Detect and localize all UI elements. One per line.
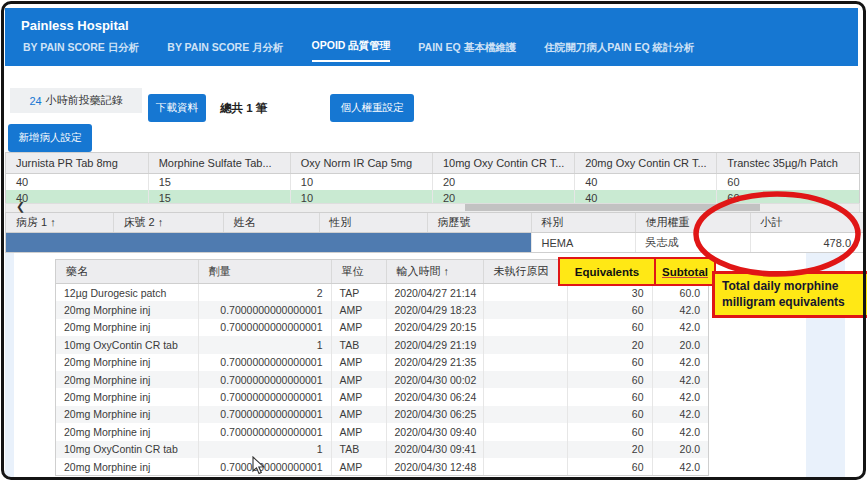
column-header[interactable]: Transtec 35µg/h Patch bbox=[717, 153, 859, 174]
cell: 42.0 bbox=[652, 406, 708, 423]
cell: 42.0 bbox=[652, 319, 708, 336]
cell: 20 bbox=[432, 174, 574, 191]
annotation-box: Total daily morphine milligram equivalen… bbox=[712, 271, 867, 318]
cell: 0.7000000000000001 bbox=[198, 301, 331, 318]
cell: AMP bbox=[331, 388, 386, 405]
medication-row[interactable]: 10mg OxyContin CR tab1TAB2020/04/30 09:4… bbox=[56, 441, 708, 458]
column-header-dose[interactable]: 劑量 bbox=[198, 260, 331, 284]
cell: 0.7000000000000001 bbox=[198, 423, 331, 440]
column-header-ward[interactable]: 病房 1 ↑ bbox=[6, 213, 113, 233]
column-header-subtotal[interactable]: 小計 bbox=[750, 213, 863, 233]
personal-weight-settings-button[interactable]: 個人權重設定 bbox=[330, 94, 414, 122]
tab-pain-eq-master[interactable]: PAIN EQ 基本檔維護 bbox=[418, 41, 516, 62]
cell: 2020/04/30 09:40 bbox=[386, 423, 483, 440]
cell: 20.0 bbox=[652, 441, 708, 458]
patient-weight-user-cell: 吳志成 bbox=[635, 233, 750, 253]
scroll-left-icon[interactable]: ❮ bbox=[16, 200, 25, 213]
cell bbox=[483, 388, 567, 405]
cell: 60 bbox=[567, 301, 652, 318]
medication-row[interactable]: 20mg Morphine inj0.7000000000000001AMP20… bbox=[56, 406, 708, 423]
add-patient-settings-button[interactable]: 新增病人設定 bbox=[8, 124, 92, 152]
cell: 42.0 bbox=[652, 388, 708, 405]
annotation-line-2: milligram equivalents bbox=[722, 295, 867, 311]
cell: 20mg Morphine inj bbox=[56, 423, 198, 440]
column-header-bed[interactable]: 床號 2 ↑ bbox=[113, 213, 223, 233]
tab-bar: BY PAIN SCORE 日分析 BY PAIN SCORE 月分析 OPOI… bbox=[23, 39, 694, 62]
cell: 60 bbox=[567, 354, 652, 371]
cell: 60 bbox=[567, 423, 652, 440]
tab-opoid-quality[interactable]: OPOID 品質管理 bbox=[312, 39, 391, 62]
cell: 0.7000000000000001 bbox=[198, 458, 331, 475]
cell: 10mg OxyContin CR tab bbox=[56, 336, 198, 353]
medication-row[interactable]: 20mg Morphine inj0.7000000000000001AMP20… bbox=[56, 354, 708, 371]
medication-row[interactable]: 20mg Morphine inj0.7000000000000001AMP20… bbox=[56, 371, 708, 388]
tab-pain-eq-stats[interactable]: 住院開刀病人PAIN EQ 統計分析 bbox=[544, 41, 694, 62]
cell: 60 bbox=[567, 458, 652, 475]
column-header[interactable]: Oxy Norm IR Cap 5mg bbox=[290, 153, 432, 174]
cell: 10 bbox=[290, 174, 432, 191]
column-header[interactable]: 10mg Oxy Contin CR T... bbox=[432, 153, 574, 174]
cell: 42.0 bbox=[652, 458, 708, 475]
medication-row[interactable]: 20mg Morphine inj0.7000000000000001AMP20… bbox=[56, 388, 708, 405]
medication-row[interactable]: 20mg Morphine inj0.7000000000000001AMP20… bbox=[56, 423, 708, 440]
cell: AMP bbox=[331, 319, 386, 336]
cell: 2020/04/30 06:24 bbox=[386, 388, 483, 405]
medication-row[interactable]: 10mg OxyContin CR tab1TAB2020/04/29 21:1… bbox=[56, 336, 708, 353]
cell bbox=[483, 284, 567, 302]
hours-filter-field[interactable]: 24 小時前投藥記錄 bbox=[10, 88, 142, 113]
patients-header-row: 病房 1 ↑ 床號 2 ↑ 姓名 性別 病歷號 科別 使用權重 小計 bbox=[6, 213, 863, 233]
column-header[interactable]: Jurnista PR Tab 8mg bbox=[6, 153, 148, 174]
cell: 10mg OxyContin CR tab bbox=[56, 441, 198, 458]
cell: 60 bbox=[567, 319, 652, 336]
annotation-line-1: Total daily morphine bbox=[722, 279, 867, 295]
tab-pain-score-monthly[interactable]: BY PAIN SCORE 月分析 bbox=[167, 41, 283, 62]
cell: AMP bbox=[331, 406, 386, 423]
column-header[interactable]: 20mg Oxy Contin CR T... bbox=[575, 153, 717, 174]
cell: 60 bbox=[717, 174, 859, 191]
cell bbox=[483, 354, 567, 371]
cell: TAB bbox=[331, 336, 386, 353]
column-header-not-executed-reason[interactable]: 未執行原因 bbox=[483, 260, 567, 284]
column-header-drug[interactable]: 藥名 bbox=[56, 260, 198, 284]
cell: 40 bbox=[575, 174, 717, 191]
cell bbox=[483, 371, 567, 388]
cell: 2020/04/29 20:15 bbox=[386, 319, 483, 336]
cell: 40 bbox=[6, 174, 148, 191]
cell: 30 bbox=[567, 284, 652, 302]
medication-row[interactable]: 20mg Morphine inj0.7000000000000001AMP20… bbox=[56, 458, 708, 475]
cell: 2020/04/30 00:02 bbox=[386, 371, 483, 388]
cell: 20mg Morphine inj bbox=[56, 371, 198, 388]
column-header-dept[interactable]: 科別 bbox=[531, 213, 635, 233]
horizontal-scrollbar-thumb[interactable] bbox=[465, 204, 760, 211]
cell bbox=[483, 458, 567, 475]
column-header-unit[interactable]: 單位 bbox=[331, 260, 386, 284]
cell: 42.0 bbox=[652, 354, 708, 371]
column-header[interactable]: Morphine Sulfate Tab... bbox=[148, 153, 290, 174]
medication-row[interactable]: 12µg Durogesic patch2TAP2020/04/27 21:14… bbox=[56, 284, 708, 302]
column-header-chart-no[interactable]: 病歷號 bbox=[427, 213, 531, 233]
cell bbox=[483, 301, 567, 318]
column-header-sex[interactable]: 性別 bbox=[319, 213, 427, 233]
drug-weights-row[interactable]: 401510204060 bbox=[6, 174, 859, 191]
medication-row[interactable]: 20mg Morphine inj0.7000000000000001AMP20… bbox=[56, 319, 708, 336]
patient-row[interactable]: HEMA 吳志成 478.0 bbox=[6, 233, 863, 253]
cell: 2020/04/29 21:35 bbox=[386, 354, 483, 371]
cell: 1 bbox=[198, 441, 331, 458]
cell: 60.0 bbox=[652, 284, 708, 302]
drug-weights-header-row: Jurnista PR Tab 8mg Morphine Sulfate Tab… bbox=[6, 153, 859, 174]
cell: AMP bbox=[331, 423, 386, 440]
column-header-name[interactable]: 姓名 bbox=[223, 213, 319, 233]
tab-pain-score-daily[interactable]: BY PAIN SCORE 日分析 bbox=[23, 41, 139, 62]
column-header-entry-time[interactable]: 輸入時間 ↑ bbox=[386, 260, 483, 284]
column-header-weight-user[interactable]: 使用權重 bbox=[635, 213, 750, 233]
medication-row[interactable]: 20mg Morphine inj0.7000000000000001AMP20… bbox=[56, 301, 708, 318]
selected-row-highlight[interactable] bbox=[6, 233, 531, 252]
cell: 2020/04/27 21:14 bbox=[386, 284, 483, 302]
drug-weights-table: Jurnista PR Tab 8mg Morphine Sulfate Tab… bbox=[5, 152, 860, 207]
cell: 15 bbox=[148, 174, 290, 191]
cell: 0.7000000000000001 bbox=[198, 354, 331, 371]
patient-dept-cell: HEMA bbox=[531, 233, 635, 253]
download-data-button[interactable]: 下載資料 bbox=[148, 94, 206, 122]
cell: 60 bbox=[567, 388, 652, 405]
cell: AMP bbox=[331, 354, 386, 371]
